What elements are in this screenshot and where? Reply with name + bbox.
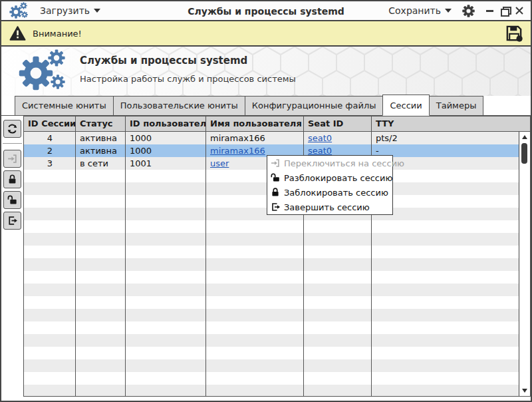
scrollbar-thumb[interactable] — [521, 143, 527, 164]
minimize-icon[interactable] — [485, 6, 495, 15]
load-menu-button[interactable]: Загрузить — [40, 5, 100, 16]
switch-session-button[interactable] — [3, 150, 21, 168]
scroll-down-icon[interactable] — [522, 389, 527, 393]
vertical-scrollbar[interactable] — [519, 132, 530, 396]
chevron-down-icon — [94, 9, 100, 13]
seat-link[interactable]: seat0 — [308, 146, 332, 156]
toolbar-separator — [3, 143, 22, 144]
menu-item-lock-session[interactable]: Заблокировать сессию — [267, 185, 392, 200]
terminate-session-button[interactable] — [3, 212, 21, 230]
cell-session-id: 2 — [24, 144, 76, 157]
unlock-icon — [270, 172, 281, 183]
maximize-icon[interactable] — [500, 6, 509, 15]
menu-item-unlock-session[interactable]: Разблокировать сессию — [267, 170, 392, 185]
app-window: Загрузить Службы и процессы systemd Сохр… — [0, 0, 532, 402]
column-divider — [75, 132, 76, 396]
warning-label: Внимание! — [33, 29, 82, 39]
tab-bar: Системные юниты Пользовательские юниты К… — [1, 96, 531, 116]
tab-sessions[interactable]: Сессии — [382, 95, 429, 116]
cell-status: активна — [76, 132, 126, 144]
column-header-user-id[interactable]: ID пользователя — [126, 116, 206, 131]
cell-user-name: miramax166 — [206, 132, 304, 144]
unlock-icon — [7, 194, 18, 206]
load-menu-label: Загрузить — [40, 5, 90, 16]
window-title: Службы и процессы systemd — [188, 6, 344, 17]
column-header-tty[interactable]: TTY — [372, 116, 530, 131]
settings-gear-icon[interactable] — [462, 5, 475, 17]
save-menu-label: Сохранить — [388, 5, 441, 16]
page-title: Службы и процессы systemd — [80, 55, 296, 67]
page-header: Службы и процессы systemd Настройка рабо… — [1, 47, 531, 96]
cell-tty: pts/2 — [372, 132, 530, 144]
tab-user-units[interactable]: Пользовательские юниты — [113, 96, 245, 116]
menu-item-label: Разблокировать сессию — [284, 173, 392, 183]
lock-icon — [7, 174, 18, 185]
terminate-session-icon — [7, 215, 18, 226]
menu-item-switch-session[interactable]: Переключиться на сессию — [267, 156, 392, 170]
user-name-link[interactable]: user — [210, 158, 229, 168]
refresh-button[interactable] — [3, 120, 21, 138]
cell-status: в сети — [76, 157, 126, 170]
cell-user-id: 1000 — [126, 144, 206, 157]
tab-system-units[interactable]: Системные юниты — [15, 96, 114, 116]
lock-icon — [270, 187, 281, 198]
cell-user-id: 1000 — [126, 132, 206, 144]
cell-tty: - — [372, 144, 530, 157]
page-subtitle: Настройка работы служб и процессов систе… — [80, 74, 296, 84]
cell-status: активна — [76, 144, 126, 157]
column-header-status[interactable]: Статус — [76, 116, 126, 131]
warning-triangle-icon — [9, 26, 26, 41]
title-bar: Загрузить Службы и процессы systemd Сохр… — [1, 1, 531, 21]
app-logo-gears-icon — [19, 49, 76, 93]
cell-session-id: 3 — [24, 157, 76, 170]
menu-item-terminate-session[interactable]: Завершить сессию — [267, 200, 392, 214]
menu-item-label: Завершить сессию — [284, 202, 370, 212]
cell-session-id: 4 — [24, 132, 76, 144]
tab-timers[interactable]: Таймеры — [429, 96, 484, 116]
menu-item-label: Переключиться на сессию — [284, 158, 404, 168]
seat-link[interactable]: seat0 — [308, 133, 332, 143]
scroll-up-icon[interactable] — [522, 135, 527, 139]
tab-config-files[interactable]: Конфигурационные файлы — [245, 96, 384, 116]
column-header-session-id[interactable]: ID Сессии — [24, 116, 76, 131]
sessions-panel: ID Сессии Статус ID пользователя Имя пол… — [1, 115, 531, 396]
session-toolbar — [1, 116, 23, 396]
menu-item-label: Заблокировать сессию — [284, 188, 388, 198]
save-file-icon[interactable] — [505, 25, 523, 42]
switch-session-icon — [270, 158, 281, 168]
chevron-down-icon — [445, 9, 452, 13]
table-row[interactable]: 4 активна 1000 miramax166 seat0 pts/2 — [24, 132, 530, 144]
column-header-seat-id[interactable]: Seat ID — [304, 116, 372, 131]
column-divider — [205, 132, 206, 396]
user-name-link[interactable]: miramax166 — [210, 146, 265, 156]
terminate-session-icon — [270, 202, 281, 212]
cell-user-id: 1001 — [126, 157, 206, 170]
table-header-row: ID Сессии Статус ID пользователя Имя пол… — [24, 116, 530, 132]
refresh-icon — [7, 123, 18, 134]
switch-session-icon — [7, 153, 18, 164]
unlock-session-button[interactable] — [3, 191, 21, 209]
save-menu-button[interactable]: Сохранить — [388, 5, 452, 16]
column-divider — [125, 132, 126, 396]
column-header-user-name[interactable]: Имя пользователя — [206, 116, 304, 131]
app-gears-icon — [9, 2, 31, 19]
lock-session-button[interactable] — [3, 170, 21, 188]
session-context-menu: Переключиться на сессию Разблокировать с… — [267, 155, 393, 215]
warning-bar: Внимание! — [1, 21, 531, 47]
close-icon[interactable] — [515, 6, 524, 15]
